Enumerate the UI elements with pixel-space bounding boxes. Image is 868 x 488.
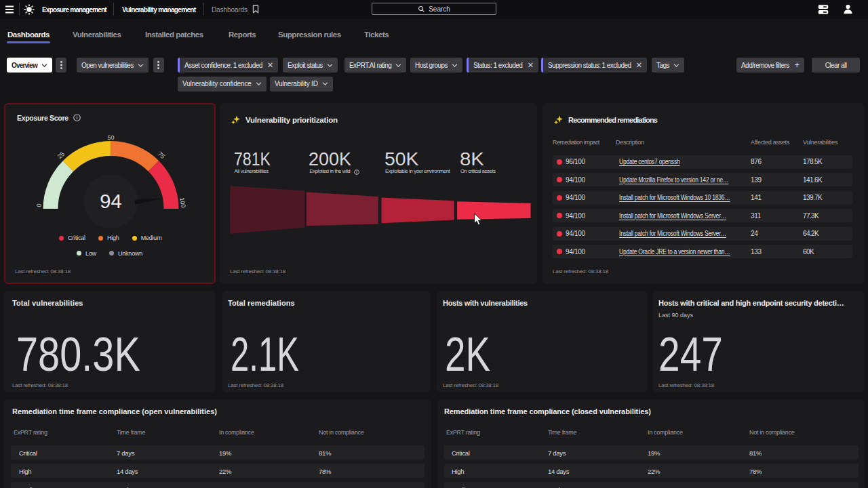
svg-text:0: 0 (35, 203, 43, 208)
svg-text:94: 94 (100, 190, 121, 212)
svg-text:25: 25 (56, 150, 66, 160)
svg-text:100: 100 (178, 197, 186, 209)
svg-text:50: 50 (107, 134, 114, 141)
svg-text:75: 75 (157, 150, 166, 160)
